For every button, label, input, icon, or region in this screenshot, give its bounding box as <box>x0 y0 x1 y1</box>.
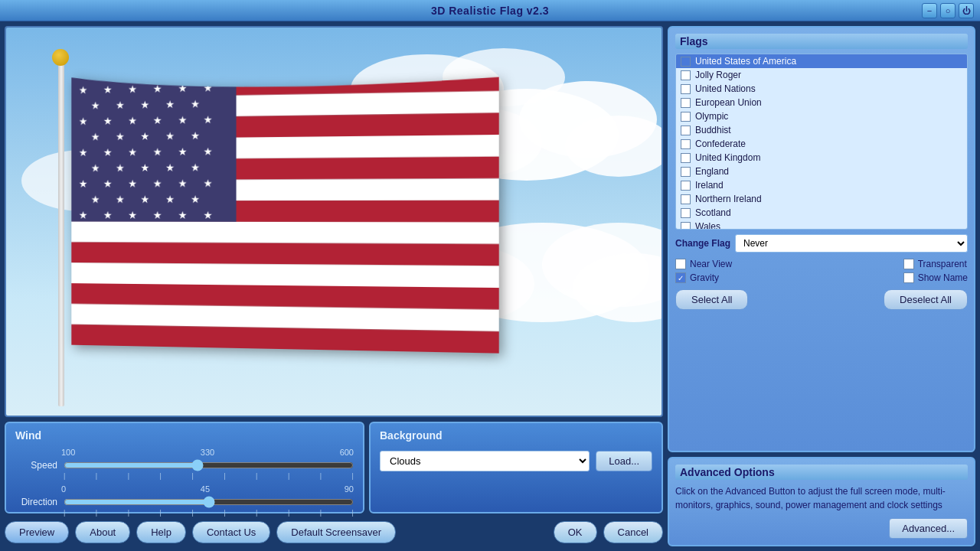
contact-us-button[interactable]: Contact Us <box>192 521 270 543</box>
right-column: Flags United States of AmericaJolly Roge… <box>668 26 975 546</box>
svg-text:★: ★ <box>153 83 163 95</box>
flag-checkbox[interactable] <box>681 139 691 149</box>
advanced-button[interactable]: Advanced... <box>889 518 968 539</box>
show-name-option[interactable]: Show Name <box>903 272 968 283</box>
svg-text:★: ★ <box>191 129 201 142</box>
flag-label: Scotland <box>695 207 731 218</box>
flag-list-item[interactable]: Confederate <box>676 137 967 151</box>
svg-text:★: ★ <box>178 114 188 126</box>
speed-row-inner: Speed <box>15 458 354 472</box>
flag-checkbox[interactable] <box>681 153 691 163</box>
svg-text:★: ★ <box>165 98 175 110</box>
direction-labels: 0 45 90 <box>15 484 354 494</box>
flag-checkbox[interactable] <box>681 84 691 94</box>
speed-max-label: 600 <box>340 448 354 457</box>
transparent-checkbox[interactable] <box>903 259 914 269</box>
svg-text:★: ★ <box>203 177 213 189</box>
svg-text:★: ★ <box>79 115 88 127</box>
flag-list-item[interactable]: Scotland <box>676 206 967 220</box>
flag-list-item[interactable]: England <box>676 165 967 178</box>
svg-text:★: ★ <box>178 145 188 158</box>
us-flag: ★★★ ★★★ ★★★ ★★ ★★★ ★★★ ★★★ ★★ <box>71 69 498 353</box>
title-bar: 3D Realistic Flag v2.3 − ○ ⏻ <box>0 0 980 21</box>
flag-list-item[interactable]: Ireland <box>676 178 967 192</box>
svg-text:★: ★ <box>191 161 201 174</box>
svg-rect-19 <box>71 221 498 243</box>
svg-text:★: ★ <box>140 193 149 205</box>
svg-text:★: ★ <box>191 98 201 110</box>
flag-list-item[interactable]: United States of America <box>676 54 967 68</box>
left-column: ★★★ ★★★ ★★★ ★★ ★★★ ★★★ ★★★ ★★ <box>5 26 663 546</box>
near-view-option[interactable]: Near View <box>675 259 732 269</box>
background-select[interactable]: Clouds Blue Sky Sunset Night Custom <box>380 451 590 471</box>
flag-list-item[interactable]: Wales <box>676 220 967 230</box>
preview-button[interactable]: Preview <box>5 521 69 543</box>
flag-checkbox[interactable] <box>681 222 691 230</box>
svg-text:★: ★ <box>91 194 100 206</box>
flag-checkbox[interactable] <box>681 57 691 67</box>
svg-text:★: ★ <box>140 99 149 111</box>
flag-list-item[interactable]: United Kingdom <box>676 151 967 165</box>
flag-checkbox[interactable] <box>681 194 691 204</box>
svg-text:★: ★ <box>178 178 188 190</box>
transparent-label: Transparent <box>918 259 967 269</box>
svg-text:★: ★ <box>91 99 100 112</box>
main-container: ★★★ ★★★ ★★★ ★★ ★★★ ★★★ ★★★ ★★ <box>0 21 980 551</box>
speed-slider[interactable] <box>64 458 354 472</box>
change-flag-label: Change Flag <box>675 238 730 249</box>
deselect-all-button[interactable]: Deselect All <box>884 289 968 310</box>
flag-list-item[interactable]: Northern Ireland <box>676 192 967 206</box>
change-flag-select[interactable]: Never Every 5 seconds Every 10 seconds E… <box>735 234 968 253</box>
preview-area: ★★★ ★★★ ★★★ ★★ ★★★ ★★★ ★★★ ★★ <box>5 26 663 417</box>
flag-checkbox[interactable] <box>681 70 691 80</box>
close-button[interactable]: ⏻ <box>959 3 974 18</box>
svg-text:★: ★ <box>178 209 188 221</box>
flag-checkbox[interactable] <box>681 126 691 135</box>
flag-label: Confederate <box>695 139 746 149</box>
gravity-checkbox[interactable] <box>675 272 686 283</box>
flags-list[interactable]: United States of AmericaJolly RogerUnite… <box>675 54 968 230</box>
background-select-row: Clouds Blue Sky Sunset Night Custom Load… <box>380 451 652 471</box>
svg-text:★: ★ <box>203 209 213 221</box>
select-all-button[interactable]: Select All <box>675 289 748 310</box>
flag-scene: ★★★ ★★★ ★★★ ★★ ★★★ ★★★ ★★★ ★★ <box>6 28 662 416</box>
maximize-button[interactable]: ○ <box>940 3 956 18</box>
dir-mid-label: 45 <box>201 484 210 494</box>
svg-text:★: ★ <box>203 82 213 94</box>
flag-checkbox[interactable] <box>681 112 691 122</box>
about-button[interactable]: About <box>75 521 130 543</box>
flag-list-item[interactable]: Jolly Roger <box>676 68 967 82</box>
direction-slider[interactable] <box>64 495 354 509</box>
flag-checkbox[interactable] <box>681 167 691 177</box>
flag-list-item[interactable]: European Union <box>676 96 967 109</box>
svg-text:★: ★ <box>79 178 88 190</box>
gravity-label: Gravity <box>690 272 719 283</box>
flag-list-item[interactable]: United Nations <box>676 82 967 96</box>
help-button[interactable]: Help <box>136 521 186 543</box>
cancel-button[interactable]: Cancel <box>603 521 663 543</box>
svg-rect-20 <box>71 242 498 266</box>
svg-text:★: ★ <box>103 178 113 190</box>
flag-checkbox[interactable] <box>681 98 691 108</box>
direction-ticks: |||||||||| <box>15 509 354 517</box>
change-flag-row: Change Flag Never Every 5 seconds Every … <box>675 234 968 253</box>
transparent-option[interactable]: Transparent <box>903 259 968 269</box>
wind-panel: Wind 100 330 600 Speed |||||||||| <box>5 422 364 514</box>
flag-list-item[interactable]: Buddhist <box>676 123 967 137</box>
load-button[interactable]: Load... <box>596 451 652 471</box>
svg-text:★: ★ <box>153 145 163 158</box>
gravity-option[interactable]: Gravity <box>675 272 732 283</box>
speed-min-label: 100 <box>61 448 75 457</box>
flag-label: United States of America <box>695 56 796 67</box>
show-name-checkbox[interactable] <box>903 272 914 283</box>
near-view-checkbox[interactable] <box>675 259 686 269</box>
flag-checkbox[interactable] <box>681 181 691 191</box>
default-screensaver-button[interactable]: Default Screensaver <box>276 521 396 543</box>
svg-text:★: ★ <box>153 178 163 190</box>
ok-button[interactable]: OK <box>554 521 597 543</box>
minimize-button[interactable]: − <box>922 3 937 18</box>
svg-text:★: ★ <box>128 115 137 127</box>
flag-list-item[interactable]: Olympic <box>676 109 967 123</box>
svg-text:★: ★ <box>153 209 163 221</box>
flag-checkbox[interactable] <box>681 208 691 218</box>
